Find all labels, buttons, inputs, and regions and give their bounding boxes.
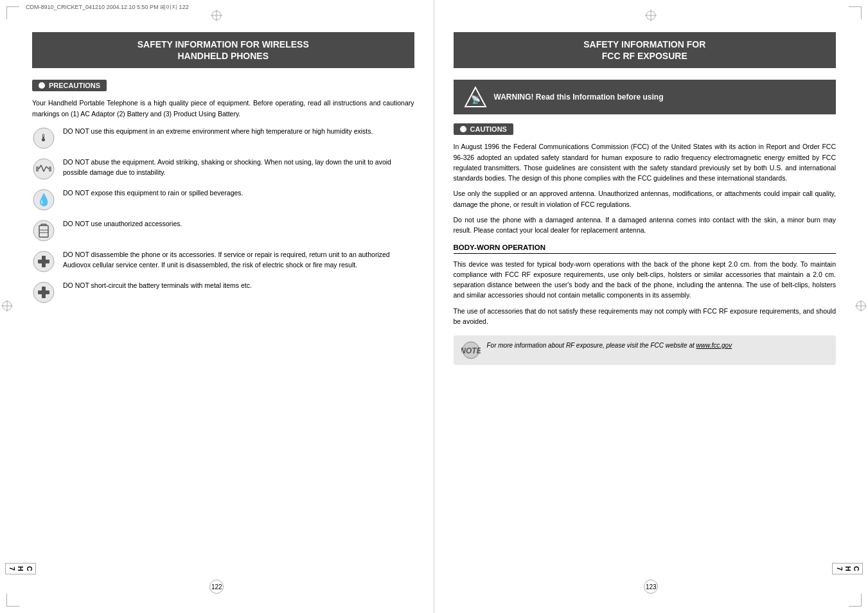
- caution-text-accessories: DO NOT use unauthorized accessories.: [63, 219, 414, 229]
- caution-text-water: DO NOT expose this equipment to rain or …: [63, 188, 414, 199]
- svg-rect-29: [38, 290, 49, 294]
- ch-label-left-h: H: [16, 566, 24, 571]
- page-number-right: 123: [644, 580, 658, 594]
- right-title-line1: SAFETY INFORMATION FOR: [463, 39, 827, 50]
- body-worn-header: BODY-WORN OPERATION: [454, 244, 837, 254]
- battery-icon: [32, 281, 55, 304]
- page-num-left-text: 122: [211, 583, 222, 591]
- caution-item-disassemble: DO NOT disassemble the phone or its acce…: [32, 250, 414, 273]
- water-icon: 💧: [32, 188, 55, 211]
- reg-mark-center-right: [855, 300, 867, 313]
- note-text-prefix: For more information about RF exposure, …: [487, 342, 696, 349]
- left-title-line2: HANDHELD PHONES: [42, 50, 405, 62]
- temperature-icon: 🌡: [32, 127, 55, 150]
- left-page-title: SAFETY INFORMATION FOR WIRELESS HANDHELD…: [32, 32, 414, 68]
- page-number-left: 122: [209, 580, 224, 594]
- ch-label-right: C H 7: [832, 563, 863, 574]
- svg-rect-13: [36, 166, 39, 172]
- svg-text:NOTE: NOTE: [461, 346, 481, 355]
- shock-icon: [32, 157, 55, 181]
- ch-label-right-h: H: [844, 566, 852, 571]
- caution-items-list: 🌡 DO NOT use this equipment in an extrem…: [32, 127, 414, 304]
- caution-item-accessories: DO NOT use unauthorized accessories.: [32, 219, 414, 242]
- note-text-container: For more information about RF exposure, …: [487, 341, 732, 350]
- warning-antenna-icon: 📡: [463, 85, 488, 109]
- ch-label-right-c: C: [852, 566, 860, 571]
- reg-mark-top-right: [645, 10, 657, 22]
- caution-text-shock: DO NOT abuse the equipment. Avoid striki…: [63, 157, 414, 178]
- disassemble-icon: [32, 250, 55, 273]
- ch-label-left-num: 7: [8, 567, 16, 571]
- svg-text:💧: 💧: [37, 193, 51, 207]
- accessories-icon: [32, 219, 55, 242]
- caution-item-battery: DO NOT short-circuit the battery termina…: [32, 281, 414, 304]
- cautions-body: In August 1996 the Federal Communication…: [454, 141, 837, 235]
- intro-text: Your Handheld Portable Telephone is a hi…: [32, 98, 414, 119]
- body-worn-text: This device was tested for typical body-…: [454, 259, 837, 327]
- cautions-text: CAUTIONS: [470, 125, 507, 133]
- svg-point-17: [33, 220, 54, 241]
- svg-text:🌡: 🌡: [39, 132, 49, 143]
- caution-text-temperature: DO NOT use this equipment in an extreme …: [63, 127, 414, 137]
- svg-rect-14: [49, 166, 51, 172]
- precautions-label: PRECAUTIONS: [32, 80, 107, 91]
- caution-text-disassemble: DO NOT disassemble the phone or its acce…: [63, 250, 414, 271]
- reg-mark-center-left: [1, 300, 13, 313]
- caution-text-battery: DO NOT short-circuit the battery termina…: [63, 281, 414, 291]
- svg-text:📡: 📡: [470, 94, 480, 104]
- caution-item-temperature: 🌡 DO NOT use this equipment in an extrem…: [32, 127, 414, 150]
- caution-item-water: 💧 DO NOT expose this equipment to rain o…: [32, 188, 414, 211]
- precautions-text: PRECAUTIONS: [49, 82, 100, 89]
- note-box: NOTE For more information about RF expos…: [454, 335, 837, 365]
- page-container: CDM-8910_CRICKET_041210 2004.12.10 5:50 …: [0, 0, 868, 613]
- warning-banner: 📡 WARNING! Read this Information before …: [454, 80, 837, 114]
- precautions-bullet: [39, 82, 45, 89]
- note-link[interactable]: www.fcc.gov: [696, 342, 732, 349]
- cautions-bullet: [460, 126, 466, 132]
- caution-item-shock: DO NOT abuse the equipment. Avoid striki…: [32, 157, 414, 181]
- reg-mark-top-left: [211, 10, 222, 22]
- right-page: SAFETY INFORMATION FOR FCC RF EXPOSURE 📡…: [434, 0, 869, 613]
- right-title-line2: FCC RF EXPOSURE: [463, 50, 827, 62]
- ch-label-left: C H 7: [5, 563, 36, 574]
- cautions-label: CAUTIONS: [454, 123, 513, 135]
- ch-label-right-num: 7: [835, 567, 843, 571]
- ch-label-left-c: C: [24, 566, 33, 571]
- page-num-right-text: 123: [646, 583, 657, 591]
- right-page-title: SAFETY INFORMATION FOR FCC RF EXPOSURE: [454, 32, 837, 68]
- left-page: SAFETY INFORMATION FOR WIRELESS HANDHELD…: [0, 0, 434, 613]
- warning-text: WARNING! Read this Information before us…: [494, 93, 664, 102]
- svg-rect-26: [38, 260, 49, 263]
- left-title-line1: SAFETY INFORMATION FOR WIRELESS: [42, 39, 405, 50]
- note-icon: NOTE: [461, 341, 481, 360]
